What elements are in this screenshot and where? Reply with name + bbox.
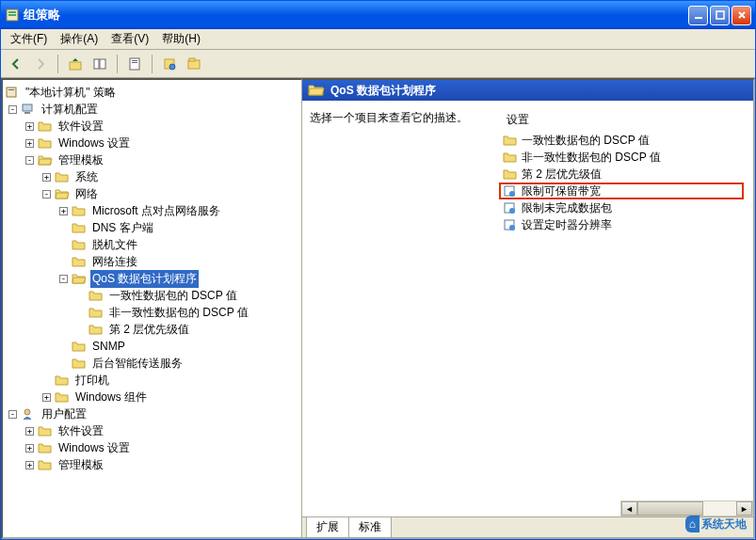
tree-windows-components[interactable]: +Windows 组件: [3, 389, 301, 405]
tree-ms-p2p[interactable]: +Microsoft 点对点网络服务: [3, 202, 301, 219]
tree-bits[interactable]: 后台智能传送服务: [3, 355, 301, 372]
svg-rect-10: [132, 62, 137, 63]
folder-icon: [88, 323, 104, 336]
collapse-icon[interactable]: -: [59, 275, 68, 283]
folder-icon: [88, 306, 104, 319]
collapse-icon[interactable]: -: [8, 410, 17, 419]
list-item[interactable]: 非一致性数据包的 DSCP 值: [499, 149, 744, 166]
tree-net-connections[interactable]: 网络连接: [3, 253, 301, 270]
app-icon: [5, 8, 20, 23]
menu-file[interactable]: 文件(F): [5, 29, 53, 49]
tree-snmp[interactable]: SNMP: [3, 338, 301, 355]
svg-point-21: [509, 191, 515, 197]
scroll-thumb[interactable]: [637, 501, 703, 516]
list-item[interactable]: 第 2 层优先级值: [499, 166, 744, 183]
horizontal-scrollbar[interactable]: ◄ ►: [620, 500, 753, 516]
scroll-track[interactable]: [637, 501, 736, 516]
collapse-icon[interactable]: -: [8, 105, 17, 114]
svg-rect-8: [130, 58, 139, 70]
panel-header: QoS 数据包计划程序: [302, 80, 753, 101]
up-button[interactable]: [64, 53, 87, 75]
folder-icon: [38, 458, 53, 471]
tree-root[interactable]: "本地计算机" 策略: [3, 84, 301, 101]
expand-icon[interactable]: +: [25, 444, 34, 453]
tree-system[interactable]: +系统: [3, 168, 301, 185]
folder-icon: [72, 204, 87, 217]
minimize-button[interactable]: [688, 6, 708, 25]
tree-computer-config[interactable]: -计算机配置: [3, 101, 301, 118]
menu-view[interactable]: 查看(V): [105, 29, 154, 49]
tree-dns-client[interactable]: DNS 客户端: [3, 219, 301, 236]
tree-network[interactable]: -网络: [3, 185, 301, 202]
tree-windows-settings[interactable]: +Windows 设置: [3, 135, 301, 151]
collapse-icon[interactable]: -: [25, 156, 34, 165]
expand-icon[interactable]: +: [59, 207, 68, 215]
separator: [117, 55, 118, 73]
tree-admin-templates[interactable]: -管理模板: [3, 151, 301, 168]
svg-rect-9: [132, 60, 137, 61]
tree-qos-dscp-nonconforming[interactable]: 非一致性数据包的 DSCP 值: [3, 304, 301, 321]
watermark: ⌂系统天地: [685, 516, 747, 532]
computer-icon: [21, 103, 36, 116]
tree-software-settings[interactable]: +软件设置: [3, 118, 301, 135]
expand-icon[interactable]: +: [25, 461, 34, 469]
panel-title: QoS 数据包计划程序: [330, 83, 436, 99]
forward-button[interactable]: [29, 53, 52, 75]
folder-icon: [55, 373, 70, 387]
tab-standard[interactable]: 标准: [348, 517, 392, 538]
tree-offline-files[interactable]: 脱机文件: [3, 236, 301, 253]
expand-icon[interactable]: +: [42, 393, 51, 402]
tree-user-software[interactable]: +软件设置: [3, 422, 301, 439]
list-item[interactable]: 限制未完成数据包: [499, 199, 744, 216]
folder-icon: [55, 390, 70, 404]
list-item[interactable]: 设置定时器分辨率: [499, 216, 744, 233]
setting-icon: [503, 184, 518, 198]
folder-icon: [503, 151, 518, 164]
tree-printers[interactable]: 打印机: [3, 372, 301, 389]
tree-qos-dscp-conforming[interactable]: 一致性数据包的 DSCP 值: [3, 287, 301, 304]
svg-point-25: [509, 225, 515, 230]
scroll-right-button[interactable]: ►: [736, 501, 752, 516]
svg-rect-5: [70, 62, 81, 70]
scroll-left-button[interactable]: ◄: [621, 501, 637, 516]
menu-help[interactable]: 帮助(H): [156, 29, 206, 49]
tree-qos[interactable]: -QoS 数据包计划程序: [3, 270, 301, 287]
close-button[interactable]: [732, 6, 751, 25]
expand-icon[interactable]: +: [25, 427, 34, 436]
settings-column-header[interactable]: 设置: [499, 108, 744, 132]
folder-icon: [72, 255, 87, 268]
folder-open-icon: [55, 187, 70, 200]
filter-button[interactable]: [158, 53, 181, 75]
maximize-button[interactable]: [710, 6, 730, 25]
tree-user-config[interactable]: -用户配置: [3, 405, 301, 422]
menu-action[interactable]: 操作(A): [55, 29, 104, 49]
folder-icon: [55, 170, 70, 183]
expand-icon[interactable]: +: [25, 139, 34, 148]
expand-icon[interactable]: +: [42, 173, 51, 182]
tree-user-windows-settings[interactable]: +Windows 设置: [3, 439, 301, 456]
back-button[interactable]: [5, 53, 27, 75]
settings-list: 设置 一致性数据包的 DSCP 值 非一致性数据包的 DSCP 值 第 2 层优…: [499, 108, 744, 233]
list-item[interactable]: 一致性数据包的 DSCP 值: [499, 132, 744, 149]
properties-button[interactable]: [123, 53, 146, 75]
folder-icon: [38, 441, 53, 454]
folder-icon: [72, 221, 87, 234]
tree-panel[interactable]: "本地计算机" 策略 -计算机配置 +软件设置 +Windows 设置 -管理模…: [1, 78, 302, 539]
folder-icon: [72, 357, 87, 370]
folder-icon: [38, 424, 53, 437]
svg-rect-4: [716, 11, 724, 19]
list-item-highlighted[interactable]: 限制可保留带宽: [499, 183, 744, 199]
collapse-icon[interactable]: -: [42, 190, 51, 199]
expand-icon[interactable]: +: [25, 122, 34, 131]
tree-qos-layer2[interactable]: 第 2 层优先级值: [3, 321, 301, 338]
tab-extended[interactable]: 扩展: [306, 517, 349, 538]
folder-icon: [72, 340, 87, 353]
svg-rect-18: [24, 112, 30, 114]
tree-user-admin-templates[interactable]: +管理模板: [3, 456, 301, 473]
svg-rect-6: [94, 59, 99, 69]
show-hide-tree-button[interactable]: [88, 53, 111, 75]
setting-icon: [503, 201, 518, 214]
window-title: 组策略: [24, 7, 688, 24]
folder-icon: [38, 119, 53, 133]
template-button[interactable]: [183, 53, 205, 75]
